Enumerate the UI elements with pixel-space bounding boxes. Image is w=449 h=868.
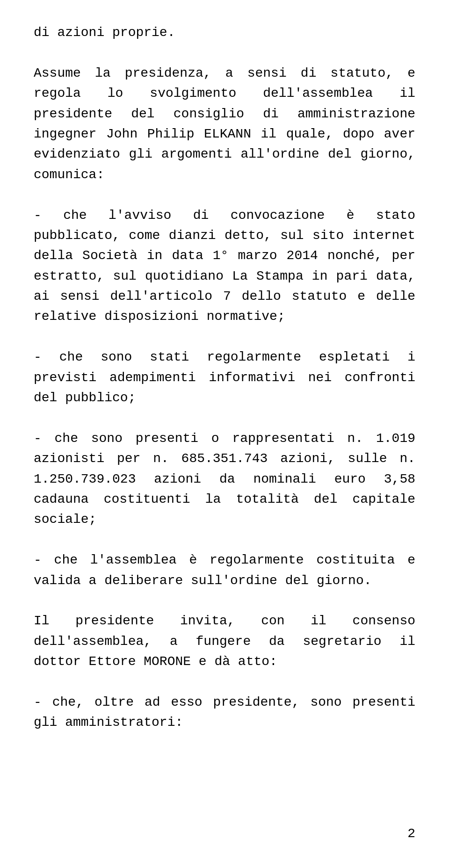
paragraph-4: - che sono stati regolarmente espletati … — [34, 347, 415, 408]
paragraph-7-text: Il presidente invita, con il consenso de… — [34, 614, 415, 669]
document-page: di azioni proprie. Assume la presidenza,… — [34, 22, 415, 844]
paragraph-8: - che, oltre ad esso presidente, sono pr… — [34, 692, 415, 733]
paragraph-3-text: - che l'avviso di convocazione è stato p… — [34, 208, 415, 324]
page-number: 2 — [407, 824, 415, 844]
paragraph-5-text: - che sono presenti o rappresentati n. 1… — [34, 431, 415, 527]
paragraph-7: Il presidente invita, con il consenso de… — [34, 611, 415, 672]
paragraph-8-text: - che, oltre ad esso presidente, sono pr… — [34, 695, 415, 730]
paragraph-1: di azioni proprie. — [34, 22, 415, 43]
paragraph-6-text: - che l'assemblea è regolarmente costitu… — [34, 553, 415, 587]
paragraph-1-text: di azioni proprie. — [34, 25, 175, 40]
paragraph-5: - che sono presenti o rappresentati n. 1… — [34, 428, 415, 530]
paragraph-2: Assume la presidenza, a sensi di statuto… — [34, 63, 415, 185]
paragraph-2-text: Assume la presidenza, a sensi di statuto… — [34, 66, 415, 182]
paragraph-4-text: - che sono stati regolarmente espletati … — [34, 350, 415, 405]
paragraph-6: - che l'assemblea è regolarmente costitu… — [34, 550, 415, 591]
paragraph-3: - che l'avviso di convocazione è stato p… — [34, 205, 415, 327]
